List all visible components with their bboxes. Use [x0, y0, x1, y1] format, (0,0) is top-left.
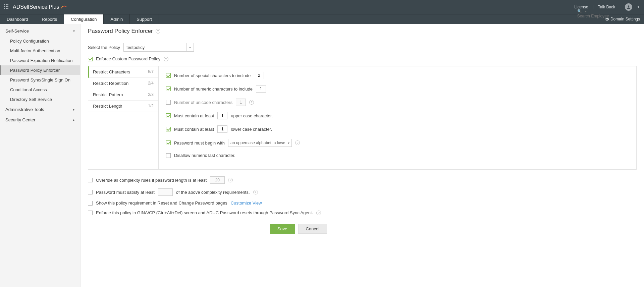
help-icon[interactable]: ?	[164, 57, 168, 61]
sidebar-section-security-center[interactable]: Security Center ▸	[0, 115, 80, 125]
page-title-text: Password Policy Enforcer	[88, 28, 153, 35]
help-icon[interactable]: ?	[249, 100, 254, 105]
help-icon[interactable]: ?	[295, 140, 300, 145]
special-chars-input[interactable]	[254, 72, 264, 79]
begin-with-select[interactable]: an uppercase alphabet, a lowe ▾	[228, 139, 292, 147]
select-policy-label: Select the Policy	[88, 45, 120, 50]
disallow-numeric-last-checkbox[interactable]	[166, 153, 171, 158]
nav-tabs-row: Dashboard Reports Configuration Admin Su…	[0, 14, 644, 24]
search-input[interactable]	[577, 14, 640, 18]
numeric-chars-label: Number of numeric characters to include	[174, 87, 253, 92]
help-icon[interactable]: ?	[316, 211, 321, 215]
satisfy-label-post: of the above complexity requirements.	[176, 190, 250, 195]
help-icon[interactable]: ?	[228, 178, 233, 182]
rule-tab-count: 1/2	[148, 104, 154, 109]
chevron-down-icon[interactable]: ▼	[584, 10, 587, 13]
satisfy-label-pre: Password must satisfy at least	[96, 190, 155, 195]
uppercase-label-post: upper case character.	[231, 113, 273, 118]
unicode-chars-label: Number of unicode characters	[174, 100, 232, 105]
uppercase-input[interactable]	[217, 112, 227, 119]
rule-tab-count: 2/3	[148, 92, 154, 97]
sidebar-section-label: Self-Service	[5, 28, 29, 34]
override-label: Override all complexity rules if passwor…	[96, 178, 207, 183]
unicode-chars-checkbox[interactable]	[166, 100, 171, 105]
policy-select-value: testpolicy	[126, 45, 145, 50]
svg-point-0	[628, 5, 630, 7]
uppercase-checkbox[interactable]	[166, 113, 171, 118]
cancel-button[interactable]: Cancel	[298, 224, 327, 234]
chevron-right-icon: ▸	[73, 118, 75, 122]
lowercase-checkbox[interactable]	[166, 127, 171, 131]
chevron-right-icon: ▸	[73, 108, 75, 111]
customize-view-link[interactable]: Customize View	[231, 200, 262, 206]
sidebar-item-mfa[interactable]: Multi-factor Authentication	[0, 46, 80, 56]
unicode-chars-input[interactable]	[236, 99, 246, 106]
sidebar-item-policy-configuration[interactable]: Policy Configuration	[0, 36, 80, 46]
sidebar-section-self-service[interactable]: Self-Service ▾	[0, 26, 80, 36]
lowercase-label-pre: Must contain at least	[174, 127, 214, 132]
rule-tab-label: Restrict Length	[93, 104, 122, 109]
enforce-checkbox[interactable]	[88, 57, 93, 61]
enforce-gina-checkbox[interactable]	[88, 211, 93, 215]
rule-tab-label: Restrict Repetition	[93, 81, 128, 86]
rule-tab-restrict-characters[interactable]: Restrict Characters 5/7	[88, 66, 158, 78]
rules-tabs: Restrict Characters 5/7 Restrict Repetit…	[88, 66, 159, 169]
save-button[interactable]: Save	[270, 224, 295, 234]
rule-tab-count: 5/7	[148, 69, 154, 74]
rule-tab-count: 2/4	[148, 81, 154, 86]
chevron-down-icon: ▾	[186, 43, 191, 51]
sidebar-item-password-policy-enforcer[interactable]: Password Policy Enforcer	[0, 65, 80, 75]
sidebar-section-label: Administrative Tools	[5, 107, 44, 112]
numeric-chars-checkbox[interactable]	[166, 87, 171, 91]
search-employee-box[interactable]: 🔍 ▼	[577, 8, 640, 18]
policy-select[interactable]: testpolicy ▾	[123, 43, 194, 52]
special-chars-checkbox[interactable]	[166, 73, 171, 78]
brand-main: ADSelfService	[13, 4, 47, 10]
brand-logo: ADSelfService Plus	[13, 4, 67, 10]
rule-tab-label: Restrict Characters	[93, 69, 130, 74]
satisfy-input[interactable]	[158, 188, 173, 196]
sidebar-item-directory-self-service[interactable]: Directory Self Service	[0, 95, 80, 104]
lowercase-input[interactable]	[217, 125, 227, 133]
sidebar-section-admin-tools[interactable]: Administrative Tools ▸	[0, 104, 80, 115]
rule-tab-restrict-pattern[interactable]: Restrict Pattern 2/3	[88, 89, 158, 101]
tab-support[interactable]: Support	[130, 14, 159, 24]
brand-suffix: Plus	[49, 4, 59, 10]
enforce-gina-label: Enforce this policy in GINA/CP (Ctrl+Alt…	[96, 210, 313, 215]
uppercase-label-pre: Must contain at least	[174, 113, 214, 118]
show-policy-checkbox[interactable]	[88, 201, 93, 206]
topbar: ADSelfService Plus License Talk Back ▼	[0, 0, 644, 14]
tab-admin[interactable]: Admin	[104, 14, 130, 24]
disallow-numeric-last-label: Disallow numeric last character.	[174, 153, 235, 158]
sidebar-section-label: Security Center	[5, 117, 36, 122]
sidebar-item-conditional-access[interactable]: Conditional Access	[0, 85, 80, 95]
override-checkbox[interactable]	[88, 178, 93, 182]
lowercase-label-post: lower case character.	[231, 127, 272, 132]
rules-panel: Restrict Characters 5/7 Restrict Repetit…	[88, 66, 637, 170]
tab-reports[interactable]: Reports	[35, 14, 64, 24]
rule-tab-restrict-length[interactable]: Restrict Length 1/2	[88, 101, 158, 112]
begin-with-label: Password must begin with	[174, 140, 225, 146]
satisfy-checkbox[interactable]	[88, 190, 93, 194]
numeric-chars-input[interactable]	[256, 85, 266, 93]
search-icon: 🔍	[577, 9, 582, 13]
sidebar-item-password-sync[interactable]: Password Sync/Single Sign On	[0, 75, 80, 85]
help-icon[interactable]: ?	[156, 29, 160, 34]
sidebar-item-password-expiration[interactable]: Password Expiration Notification	[0, 56, 80, 65]
override-input[interactable]	[210, 176, 225, 184]
tab-dashboard[interactable]: Dashboard	[0, 14, 35, 24]
rule-tab-label: Restrict Pattern	[93, 92, 123, 97]
sidebar: Self-Service ▾ Policy Configuration Mult…	[0, 24, 80, 287]
help-icon[interactable]: ?	[253, 190, 258, 194]
rule-tab-restrict-repetition[interactable]: Restrict Repetition 2/4	[88, 78, 158, 89]
brand-swoosh-icon	[60, 4, 67, 10]
begin-with-checkbox[interactable]	[166, 140, 171, 145]
show-policy-label: Show this policy requirement in Reset an…	[96, 200, 227, 206]
chevron-down-icon: ▾	[73, 29, 75, 33]
main-content: Password Policy Enforcer ? Select the Po…	[80, 24, 644, 287]
apps-grid-icon[interactable]	[4, 4, 9, 10]
enforce-label: Enforce Custom Password Policy	[96, 56, 160, 61]
rules-body: Number of special characters to include …	[159, 66, 636, 169]
special-chars-label: Number of special characters to include	[174, 73, 251, 78]
tab-configuration[interactable]: Configuration	[64, 14, 104, 24]
